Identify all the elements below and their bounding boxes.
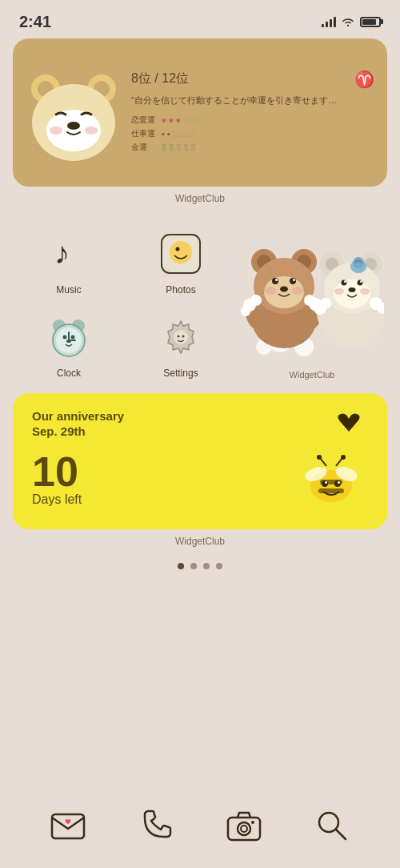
widget-container: 8位 / 12位 ♈ "自分を信じて行動することが幸運を引き寄せます… 恋愛運 …	[0, 38, 400, 204]
money-stat-row: 金運 $ $ $ $ $	[131, 142, 374, 153]
app-grid: ♪ Music Photos	[13, 220, 237, 387]
svg-point-25	[178, 336, 180, 338]
svg-point-84	[334, 480, 341, 487]
horoscope-widget[interactable]: 8位 / 12位 ♈ "自分を信じて行動することが幸運を引き寄せます… 恋愛運 …	[13, 38, 387, 187]
svg-point-64	[360, 280, 362, 283]
anniversary-widget[interactable]: Our anniversary Sep. 29th 10 Days left	[13, 393, 387, 529]
svg-point-44	[265, 287, 276, 295]
svg-point-49	[250, 295, 262, 306]
svg-point-79	[341, 455, 346, 460]
middle-section: ♪ Music Photos	[0, 220, 400, 387]
svg-point-92	[241, 826, 247, 832]
svg-line-76	[320, 458, 326, 466]
photos-icon	[155, 228, 206, 279]
svg-point-26	[182, 336, 185, 338]
anniversary-title: Our anniversary	[32, 409, 368, 423]
svg-point-7	[50, 127, 62, 135]
photos-label: Photos	[166, 284, 195, 295]
anniversary-bee-illustration	[296, 454, 368, 513]
rilakkuma-widget-label: WidgetClub	[290, 370, 335, 380]
work-books: ▪ ▪ □ □ □	[162, 129, 194, 139]
svg-point-12	[176, 247, 180, 251]
app-icon-music[interactable]: ♪ Music	[13, 220, 125, 303]
svg-point-73	[320, 298, 331, 309]
svg-point-43	[280, 286, 288, 291]
status-time: 2:41	[19, 13, 51, 31]
horoscope-widget-label: WidgetClub	[13, 193, 387, 204]
svg-point-69	[353, 257, 364, 268]
svg-point-63	[344, 280, 346, 283]
anniversary-heart-icon	[334, 412, 363, 440]
dock-phone-icon[interactable]	[134, 803, 178, 848]
music-label: Music	[56, 284, 81, 295]
love-hearts: ♥ ♥ ♥ ♡ ♡	[162, 116, 200, 125]
svg-point-52	[304, 295, 315, 306]
dock	[0, 796, 400, 868]
svg-point-39	[272, 278, 278, 284]
app-icon-clock[interactable]: Clock	[13, 303, 125, 387]
love-stat-row: 恋愛運 ♥ ♥ ♥ ♡ ♡	[131, 115, 374, 126]
status-bar: 2:41	[0, 0, 400, 38]
page-dot-3[interactable]	[216, 563, 222, 569]
svg-point-83	[322, 480, 328, 487]
page-dot-1[interactable]	[190, 563, 197, 569]
svg-point-77	[317, 455, 322, 460]
svg-point-8	[85, 127, 98, 135]
dock-mail-icon[interactable]	[46, 803, 90, 848]
page-dot-0[interactable]	[178, 563, 184, 569]
svg-point-86	[338, 481, 340, 484]
dock-search-icon[interactable]	[310, 803, 354, 848]
page-dots	[0, 563, 400, 569]
status-icons	[322, 16, 381, 27]
rilakkuma-illustration	[240, 228, 384, 368]
svg-point-24	[174, 330, 188, 344]
music-icon: ♪	[43, 228, 94, 279]
page-dot-2[interactable]	[203, 563, 210, 569]
svg-point-41	[275, 279, 278, 281]
svg-rect-89	[52, 814, 84, 838]
horoscope-rank: 8位 / 12位 ♈	[131, 70, 374, 89]
app-icon-settings[interactable]: Settings	[125, 303, 237, 387]
svg-point-40	[290, 278, 296, 284]
svg-text:♪: ♪	[54, 236, 70, 270]
horoscope-content: 8位 / 12位 ♈ "自分を信じて行動することが幸運を引き寄せます… 恋愛運 …	[122, 70, 374, 156]
bear-illustration	[26, 65, 122, 161]
rilakkuma-widget[interactable]: WidgetClub	[237, 220, 387, 387]
svg-point-6	[67, 122, 80, 130]
svg-rect-90	[228, 818, 260, 840]
svg-point-50	[241, 307, 250, 316]
anniversary-widget-label: WidgetClub	[0, 536, 400, 547]
signal-icon	[322, 16, 336, 27]
svg-line-78	[336, 458, 342, 466]
svg-point-19	[71, 336, 75, 340]
settings-label: Settings	[163, 368, 198, 379]
svg-line-95	[336, 830, 346, 839]
horoscope-stats: 恋愛運 ♥ ♥ ♥ ♡ ♡ 仕事運 ▪ ▪ □ □	[131, 115, 374, 153]
svg-point-18	[63, 336, 67, 340]
settings-icon	[155, 311, 206, 363]
svg-point-42	[293, 279, 295, 281]
app-icon-photos[interactable]: Photos	[125, 220, 237, 303]
svg-point-13	[177, 259, 185, 264]
svg-point-45	[292, 287, 303, 295]
svg-point-93	[251, 821, 254, 824]
clock-icon	[43, 311, 94, 363]
svg-rect-82	[318, 488, 344, 493]
money-dollars: $ $ $ $ $	[162, 143, 196, 152]
svg-point-67	[360, 288, 370, 295]
svg-point-66	[334, 288, 344, 295]
anniversary-date: Sep. 29th	[32, 424, 368, 438]
aries-symbol: ♈	[354, 70, 374, 89]
horoscope-quote: "自分を信じて行動することが幸運を引き寄せます…	[131, 94, 374, 107]
svg-point-75	[370, 297, 382, 310]
svg-point-85	[325, 481, 327, 484]
wifi-icon	[341, 16, 355, 27]
svg-point-65	[349, 287, 356, 292]
svg-point-91	[238, 822, 250, 835]
battery-icon	[360, 17, 381, 27]
work-stat-row: 仕事運 ▪ ▪ □ □ □	[131, 128, 374, 139]
clock-label: Clock	[57, 368, 81, 379]
dock-camera-icon[interactable]	[222, 803, 266, 848]
